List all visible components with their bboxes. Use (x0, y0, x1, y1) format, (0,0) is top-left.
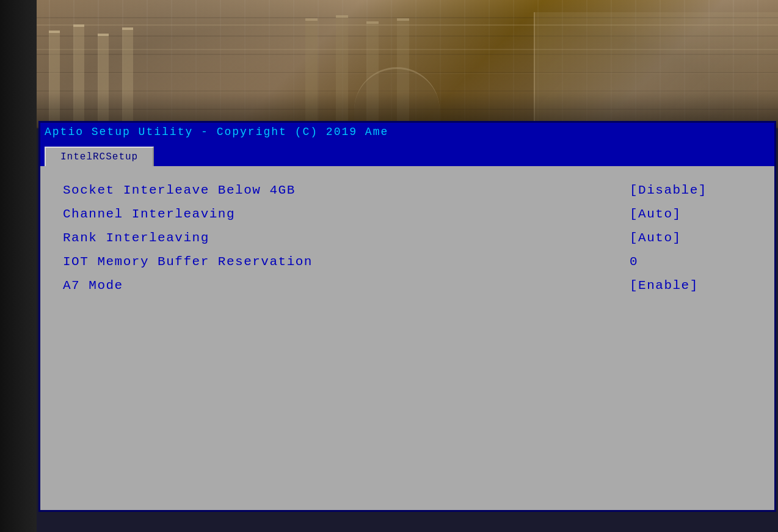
setting-label-iot-memory: IOT Memory Buffer Reservation (63, 255, 313, 269)
setting-value-channel-interleaving[interactable]: [Auto] (630, 207, 752, 221)
bios-title-bar: Aptio Setup Utility - Copyright (C) 2019… (38, 121, 776, 143)
setting-row-rank-interleaving: Rank Interleaving [Auto] (63, 226, 752, 250)
bios-content-area: Socket Interleave Below 4GB [Disable] Ch… (38, 166, 776, 410)
setting-label-channel-interleaving: Channel Interleaving (63, 207, 235, 221)
arch-line (0, 49, 778, 50)
setting-row-a7-mode: A7 Mode [Enable] (63, 274, 752, 297)
arch-line (0, 24, 778, 26)
arch-line (0, 73, 778, 74)
setting-label-rank-interleaving: Rank Interleaving (63, 231, 209, 245)
tab-intelrcsetup[interactable]: IntelRCSetup (45, 147, 154, 166)
bios-window: Aptio Setup Utility - Copyright (C) 2019… (38, 121, 776, 512)
setting-value-rank-interleaving[interactable]: [Auto] (630, 231, 752, 245)
setting-label-a7-mode: A7 Mode (63, 279, 123, 293)
setting-label-socket-interleave: Socket Interleave Below 4GB (63, 183, 296, 197)
left-bezel (0, 0, 37, 532)
tab-label: IntelRCSetup (60, 151, 138, 162)
setting-value-a7-mode[interactable]: [Enable] (630, 279, 752, 293)
setting-row-socket-interleave: Socket Interleave Below 4GB [Disable] (63, 178, 752, 202)
bios-tab-row: IntelRCSetup (38, 143, 776, 166)
setting-row-channel-interleaving: Channel Interleaving [Auto] (63, 202, 752, 226)
photo-background (0, 0, 778, 128)
setting-value-socket-interleave[interactable]: [Disable] (630, 183, 752, 197)
bios-title-text: Aptio Setup Utility - Copyright (C) 2019… (45, 126, 388, 138)
setting-value-iot-memory[interactable]: 0 (630, 255, 752, 269)
setting-row-iot-memory: IOT Memory Buffer Reservation 0 (63, 250, 752, 274)
